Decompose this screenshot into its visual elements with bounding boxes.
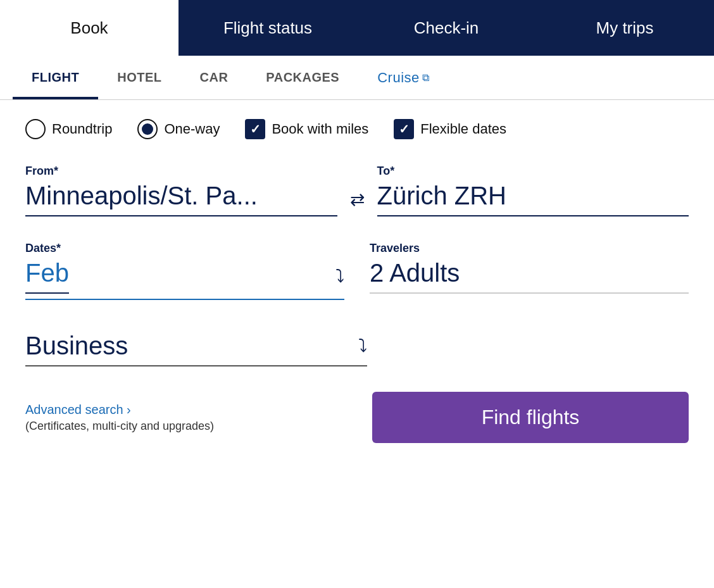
roundtrip-radio[interactable] (25, 119, 46, 139)
book-with-miles-option[interactable]: ✓ Book with miles (245, 119, 368, 139)
flexible-dates-checkbox[interactable]: ✓ (394, 119, 414, 139)
to-field: To* Zürich ZRH (377, 165, 689, 216)
tab-cruise[interactable]: Cruise ⧉ (358, 56, 448, 99)
dates-travelers-row: Dates* Feb ⤵ Travelers 2 Adults (25, 242, 689, 300)
flexible-dates-option[interactable]: ✓ Flexible dates (394, 119, 506, 139)
dates-selector[interactable]: Feb ⤵ (25, 259, 344, 300)
nav-my-trips[interactable]: My trips (536, 0, 714, 56)
tab-packages[interactable]: PACKAGES (247, 56, 358, 99)
top-nav: Book Flight status Check-in My trips (0, 0, 714, 56)
from-input[interactable]: Minneapolis/St. Pa... (25, 182, 337, 216)
external-link-icon: ⧉ (422, 72, 430, 84)
main-content: Roundtrip One-way ✓ Book with miles ✓ Fl… (0, 100, 714, 462)
cabin-selector[interactable]: Business ⤵ (25, 332, 367, 366)
advanced-search-link[interactable]: Advanced search › (25, 403, 131, 416)
advanced-search-sublabel: (Certificates, multi-city and upgrades) (25, 420, 214, 433)
dates-value: Feb (25, 259, 69, 294)
to-input[interactable]: Zürich ZRH (377, 182, 689, 216)
roundtrip-option[interactable]: Roundtrip (25, 119, 112, 139)
travelers-label: Travelers (370, 242, 689, 255)
sub-tabs: FLIGHT HOTEL CAR PACKAGES Cruise ⧉ (0, 56, 714, 100)
nav-flight-status[interactable]: Flight status (178, 0, 357, 56)
from-field: From* Minneapolis/St. Pa... (25, 165, 337, 216)
nav-check-in[interactable]: Check-in (357, 0, 536, 56)
bottom-row: Advanced search › (Certificates, multi-c… (25, 392, 689, 443)
advanced-search-section: Advanced search › (Certificates, multi-c… (25, 403, 214, 433)
find-flights-button[interactable]: Find flights (372, 392, 689, 443)
tab-flight[interactable]: FLIGHT (13, 56, 98, 99)
cabin-dropdown-arrow: ⤵ (358, 336, 367, 356)
nav-book[interactable]: Book (0, 0, 178, 56)
oneway-radio[interactable] (137, 119, 158, 139)
cabin-value: Business (25, 332, 128, 360)
dates-field: Dates* Feb ⤵ (25, 242, 344, 300)
tab-hotel[interactable]: HOTEL (98, 56, 180, 99)
from-label: From* (25, 165, 337, 178)
book-with-miles-checkbox[interactable]: ✓ (245, 119, 265, 139)
travelers-field: Travelers 2 Adults (370, 242, 689, 300)
travelers-value[interactable]: 2 Adults (370, 259, 689, 294)
dates-dropdown-arrow: ⤵ (335, 266, 344, 287)
swap-button[interactable]: ⇄ (350, 189, 365, 216)
cabin-row: Business ⤵ (25, 332, 689, 366)
route-row: From* Minneapolis/St. Pa... ⇄ To* Zürich… (25, 165, 689, 216)
dates-label: Dates* (25, 242, 344, 255)
trip-type-row: Roundtrip One-way ✓ Book with miles ✓ Fl… (25, 119, 689, 139)
tab-car[interactable]: CAR (181, 56, 247, 99)
to-label: To* (377, 165, 689, 178)
oneway-option[interactable]: One-way (137, 119, 220, 139)
